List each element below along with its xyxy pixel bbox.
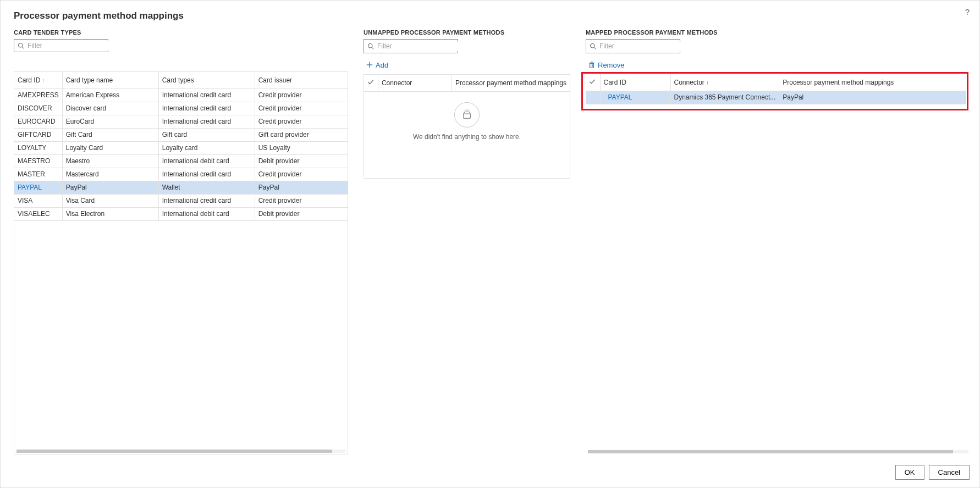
table-cell: Debit provider (255, 207, 348, 220)
mapped-grid: Card ID Connector↑ Processor payment met… (586, 74, 966, 104)
mapped-section: MAPPED PROCESSOR PAYMENT METHODS Remove (586, 29, 966, 454)
search-icon (367, 43, 374, 49)
trash-icon (588, 61, 596, 69)
table-cell: AMEXPRESS (14, 88, 62, 102)
table-cell: American Express (62, 88, 158, 102)
table-cell: International credit card (158, 102, 255, 115)
table-row[interactable]: MASTERMastercardInternational credit car… (14, 168, 348, 181)
unmapped-filter-input[interactable] (374, 42, 461, 51)
table-cell: Loyalty card (158, 141, 255, 154)
svg-point-2 (368, 44, 373, 48)
empty-icon (454, 102, 480, 127)
svg-point-10 (591, 44, 595, 48)
add-button[interactable]: Add (364, 60, 390, 70)
table-row[interactable]: MAESTROMaestroInternational debit cardDe… (14, 154, 348, 168)
table-cell: International credit card (158, 115, 255, 128)
empty-state: We didn't find anything to show here. (364, 102, 570, 141)
remove-label: Remove (598, 61, 624, 69)
table-row[interactable]: DISCOVERDiscover cardInternational credi… (14, 102, 348, 115)
unmapped-filter[interactable] (364, 39, 458, 53)
search-icon (18, 42, 24, 49)
unmapped-col-mapping[interactable]: Processor payment method mappings (452, 75, 570, 91)
check-icon (589, 78, 596, 85)
table-cell: LOYALTY (14, 141, 62, 154)
table-cell: International credit card (158, 194, 255, 207)
table-cell: Dynamics 365 Payment Connect... (670, 91, 779, 104)
table-cell: MAESTRO (14, 154, 62, 168)
add-label: Add (376, 61, 388, 69)
horizontal-scrollbar[interactable] (588, 450, 968, 453)
table-cell: Gift card (158, 128, 255, 141)
table-row[interactable]: AMEXPRESSAmerican ExpressInternational c… (14, 88, 348, 102)
tender-col-card-type-name[interactable]: Card type name (62, 72, 158, 88)
table-row[interactable]: GIFTCARDGift CardGift cardGift card prov… (14, 128, 348, 141)
table-cell: DISCOVER (14, 102, 62, 115)
table-cell: PayPal (62, 181, 158, 194)
table-cell: VISAELEC (14, 207, 62, 220)
table-cell: Credit provider (255, 115, 348, 128)
mapped-header: MAPPED PROCESSOR PAYMENT METHODS (586, 29, 966, 36)
table-cell: Debit provider (255, 154, 348, 168)
svg-line-3 (372, 47, 373, 49)
mapped-col-connector[interactable]: Connector↑ (670, 74, 779, 91)
table-cell: EUROCARD (14, 115, 62, 128)
table-cell: Credit provider (255, 168, 348, 181)
table-cell: Maestro (62, 154, 158, 168)
help-icon[interactable]: ? (965, 7, 970, 16)
tender-filter-input[interactable] (24, 41, 111, 50)
table-cell: International debit card (158, 207, 255, 220)
svg-line-1 (22, 47, 24, 48)
tender-col-card-id[interactable]: Card ID↑ (14, 72, 62, 88)
svg-rect-12 (590, 63, 594, 68)
mapped-col-mapping[interactable]: Processor payment method mappings (779, 74, 966, 91)
empty-text: We didn't find anything to show here. (413, 133, 521, 141)
svg-rect-6 (464, 114, 471, 118)
table-row[interactable]: PAYPALPayPalWalletPayPal (14, 181, 348, 194)
table-cell: Gift card provider (255, 128, 348, 141)
unmapped-col-connector[interactable]: Connector (378, 75, 452, 91)
table-cell: PAYPAL (14, 181, 62, 194)
tender-header: CARD TENDER TYPES (14, 29, 348, 36)
table-cell: PayPal (255, 181, 348, 194)
ok-button[interactable]: OK (895, 465, 924, 480)
table-row[interactable]: EUROCARDEuroCardInternational credit car… (14, 115, 348, 128)
table-cell: VISA (14, 194, 62, 207)
mapped-filter-input[interactable] (596, 42, 683, 51)
mapped-col-select[interactable] (586, 74, 600, 91)
mapped-highlight: Card ID Connector↑ Processor payment met… (586, 74, 966, 104)
unmapped-header: UNMAPPED PROCESSOR PAYMENT METHODS (364, 29, 570, 36)
tender-grid: Card ID↑ Card type name Card types Card … (14, 71, 348, 454)
tender-col-card-types[interactable]: Card types (158, 72, 255, 88)
mapped-filter[interactable] (586, 39, 680, 53)
table-row[interactable]: LOYALTYLoyalty CardLoyalty cardUS Loyalt… (14, 141, 348, 154)
svg-line-11 (594, 47, 596, 49)
tender-filter[interactable] (14, 39, 108, 52)
remove-button[interactable]: Remove (586, 60, 626, 70)
columns: CARD TENDER TYPES Card ID↑ Card type nam… (14, 29, 966, 454)
page-title: Processor payment method mappings (14, 10, 966, 21)
tender-col-card-issuer[interactable]: Card issuer (255, 72, 348, 88)
unmapped-section: UNMAPPED PROCESSOR PAYMENT METHODS Add C… (364, 29, 570, 454)
table-cell: US Loyalty (255, 141, 348, 154)
horizontal-scrollbar[interactable] (16, 450, 345, 453)
table-cell: International credit card (158, 168, 255, 181)
table-cell: Gift Card (62, 128, 158, 141)
table-cell: International debit card (158, 154, 255, 168)
svg-point-0 (19, 43, 23, 47)
table-cell: GIFTCARD (14, 128, 62, 141)
cancel-button[interactable]: Cancel (929, 465, 970, 480)
table-cell: Credit provider (255, 88, 348, 102)
sort-asc-icon: ↑ (42, 77, 45, 84)
table-cell: Wallet (158, 181, 255, 194)
unmapped-col-select[interactable] (364, 75, 378, 91)
table-row[interactable]: VISAELECVisa ElectronInternational debit… (14, 207, 348, 220)
table-cell: PayPal (779, 91, 966, 104)
table-cell: Mastercard (62, 168, 158, 181)
table-row[interactable]: VISAVisa CardInternational credit cardCr… (14, 194, 348, 207)
row-select[interactable] (586, 91, 600, 104)
plus-icon (366, 61, 373, 69)
dialog: ? Processor payment method mappings CARD… (0, 0, 980, 488)
table-row[interactable]: PAYPALDynamics 365 Payment Connect...Pay… (586, 91, 966, 104)
mapped-col-card-id[interactable]: Card ID (600, 74, 670, 91)
table-cell: Visa Card (62, 194, 158, 207)
